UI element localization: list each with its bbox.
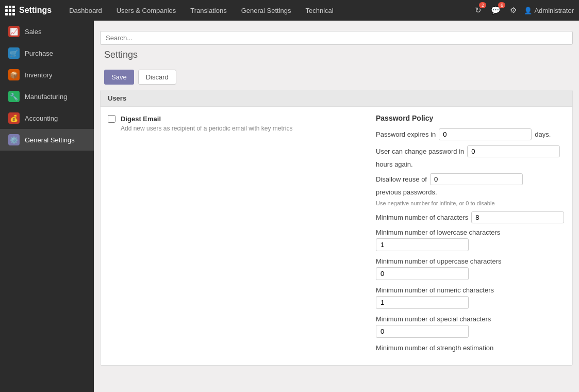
save-button[interactable]: Save (104, 70, 134, 85)
min-upper-block: Minimum number of uppercase characters (376, 257, 565, 280)
expires-input[interactable] (439, 128, 532, 140)
change-suffix: hours again. (376, 160, 413, 168)
search-bar-row (94, 26, 579, 50)
sidebar-item-manufacturing[interactable]: 🔧 Manufacturing (0, 86, 94, 107)
min-lower-input[interactable] (376, 238, 469, 251)
min-lower-label: Minimum number of lowercase characters (376, 228, 565, 236)
nav-technical[interactable]: Technical (299, 0, 341, 21)
sales-icon: 📈 (8, 26, 20, 37)
sidebar-item-inventory[interactable]: 📦 Inventory (0, 64, 94, 86)
settings-icon[interactable]: ⚙ (508, 4, 519, 17)
nav-dashboard[interactable]: Dashboard (62, 0, 109, 21)
nav-general-settings[interactable]: General Settings (234, 0, 299, 21)
accounting-icon: 💰 (8, 112, 20, 124)
inventory-icon: 📦 (8, 69, 20, 80)
sidebar-item-accounting[interactable]: 💰 Accounting (0, 107, 94, 129)
navbar-right: ↻ 2 💬 6 ⚙ 👤 Administrator (473, 4, 574, 17)
nav-users-companies[interactable]: Users & Companies (109, 0, 184, 21)
min-upper-label: Minimum number of uppercase characters (376, 257, 565, 265)
min-strength-label: Minimum number of strength estimation (376, 344, 565, 352)
expires-label: Password expires in (376, 130, 436, 138)
sidebar-item-general-settings[interactable]: ⚙️ General Settings (0, 129, 94, 151)
min-numeric-block: Minimum number of numeric characters (376, 286, 565, 309)
digest-email-description: Add new users as recipient of a periodic… (121, 125, 292, 132)
brand[interactable]: Settings (5, 6, 52, 15)
expires-row: Password expires in days. (376, 128, 565, 140)
min-numeric-label: Minimum number of numeric characters (376, 286, 565, 294)
password-policy-title: Password Policy (376, 114, 565, 122)
reuse-suffix: previous passwords. (376, 188, 437, 196)
users-section: Users Digest Email Add new users as reci… (100, 90, 573, 366)
search-input[interactable] (100, 31, 573, 45)
purchase-icon: 🛒 (8, 47, 20, 59)
top-navbar: Settings Dashboard Users & Companies Tra… (0, 0, 579, 21)
change-input[interactable] (467, 145, 560, 157)
password-policy-col: Password Policy Password expires in days… (376, 114, 565, 358)
min-chars-input[interactable] (471, 211, 564, 223)
manufacturing-icon: 🔧 (8, 91, 20, 102)
page-title: Settings (104, 50, 569, 60)
general-settings-icon: ⚙️ (8, 134, 20, 145)
digest-email-col: Digest Email Add new users as recipient … (108, 114, 355, 358)
sidebar-item-purchase[interactable]: 🛒 Purchase (0, 42, 94, 64)
updates-icon[interactable]: ↻ 2 (473, 4, 484, 17)
sidebar-item-sales[interactable]: 📈 Sales (0, 21, 94, 42)
expires-suffix: days. (535, 130, 551, 138)
action-buttons: Save Discard (104, 70, 569, 85)
messages-badge: 6 (498, 2, 505, 8)
discard-button[interactable]: Discard (138, 70, 176, 85)
main-content: Settings Save Discard Users Digest Email… (94, 21, 579, 392)
reuse-input[interactable] (430, 173, 523, 185)
min-special-input[interactable] (376, 325, 469, 338)
section-body: Digest Email Add new users as recipient … (101, 107, 572, 365)
reuse-label: Disallow reuse of (376, 175, 427, 183)
min-special-label: Minimum number of special characters (376, 315, 565, 323)
change-label: User can change password in (376, 148, 464, 155)
updates-badge: 2 (479, 2, 486, 8)
min-lower-block: Minimum number of lowercase characters (376, 228, 565, 251)
min-chars-row: Minimum number of characters (376, 211, 565, 223)
brand-name: Settings (19, 6, 52, 15)
grid-icon (5, 6, 15, 15)
min-numeric-input[interactable] (376, 296, 469, 309)
min-strength-block: Minimum number of strength estimation (376, 344, 565, 352)
min-chars-label: Minimum number of characters (376, 214, 468, 221)
messages-icon[interactable]: 💬 6 (489, 4, 503, 17)
digest-email-text: Digest Email Add new users as recipient … (121, 115, 292, 132)
digest-email-title: Digest Email (121, 115, 292, 123)
navbar-nav: Dashboard Users & Companies Translations… (62, 0, 473, 21)
min-upper-input[interactable] (376, 267, 469, 280)
change-password-row: User can change password in hours again. (376, 145, 565, 168)
reuse-hint: Use negative number for infinite, or 0 t… (376, 200, 565, 206)
reuse-row: Disallow reuse of previous passwords. Us… (376, 173, 565, 206)
user-menu[interactable]: 👤 Administrator (524, 7, 574, 14)
digest-email-checkbox[interactable] (108, 115, 115, 123)
sidebar: 📈 Sales 🛒 Purchase 📦 Inventory 🔧 Manufac… (0, 21, 94, 392)
section-header-users: Users (101, 90, 572, 107)
nav-translations[interactable]: Translations (183, 0, 234, 21)
min-special-block: Minimum number of special characters (376, 315, 565, 338)
